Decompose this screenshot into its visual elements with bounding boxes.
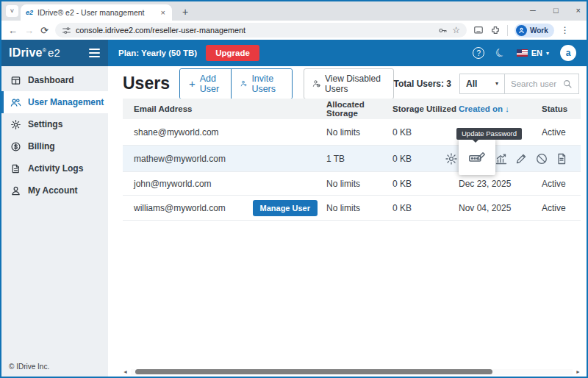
maximize-button[interactable]: □ xyxy=(553,6,559,15)
logo-block: IDrive®e2 xyxy=(1,40,108,66)
sort-descending-icon: ↓ xyxy=(505,104,509,113)
user-settings-icon[interactable] xyxy=(445,152,458,165)
row-action-icons xyxy=(123,146,581,171)
sidebar-item-user-management[interactable]: User Management xyxy=(1,91,108,113)
col-allocated: Allocated Storage xyxy=(326,100,392,118)
table-row-hovered[interactable]: mathew@myworld.com 1 TB 0 KB xyxy=(123,146,581,172)
idrive-e2-logo: IDrive®e2 xyxy=(9,46,60,60)
scrollbar-thumb[interactable] xyxy=(135,369,492,374)
sidebar-item-activity-logs[interactable]: Activity Logs xyxy=(1,157,108,179)
new-tab-button[interactable]: + xyxy=(178,4,193,19)
page-header: Users + Add User Invite Users View Disab… xyxy=(123,71,579,96)
sidebar-item-label: Dashboard xyxy=(28,75,74,85)
table-row[interactable]: williams@myworld.com Manage User No limi… xyxy=(123,196,581,221)
language-selector[interactable]: EN ▾ xyxy=(517,49,549,57)
storage-utilized: 0 KB xyxy=(392,203,459,213)
reload-icon[interactable]: ⟳ xyxy=(40,26,49,35)
created-on: Dec 23, 2025 xyxy=(459,179,542,189)
language-label: EN xyxy=(531,49,542,57)
sidebar-item-label: My Account xyxy=(28,185,78,196)
tab-close-icon[interactable]: × xyxy=(159,8,167,17)
user-email-cell: williams@myworld.com Manage User xyxy=(123,200,326,216)
header-actions: ? ☾ EN ▾ a xyxy=(473,45,587,61)
col-created-sort[interactable]: Created on ↓ xyxy=(459,104,542,113)
site-info-icon[interactable] xyxy=(62,26,71,35)
table-header-row: Email Address Allocated Storage Storage … xyxy=(123,99,581,119)
user-email: williams@myworld.com xyxy=(134,203,226,213)
usage-stats-icon[interactable] xyxy=(495,152,508,165)
account-avatar[interactable]: a xyxy=(560,45,576,61)
window-controls: ─ □ × xyxy=(530,1,581,19)
view-disabled-label: View Disabled Users xyxy=(325,74,384,94)
user-email: john@myworld.com xyxy=(123,179,326,189)
chevron-down-icon: ▾ xyxy=(495,80,498,87)
password-key-icon[interactable] xyxy=(438,26,448,35)
dollar-circle-icon xyxy=(10,141,21,152)
user-logs-icon[interactable] xyxy=(555,152,568,165)
gear-icon xyxy=(10,119,21,130)
forward-icon[interactable]: → xyxy=(24,26,34,35)
storage-utilized: 0 KB xyxy=(392,127,459,138)
app-header: IDrive®e2 Plan: Yearly (50 TB) Upgrade ?… xyxy=(1,40,587,66)
bookmark-star-icon[interactable]: ☆ xyxy=(452,25,460,35)
help-icon[interactable]: ? xyxy=(473,47,484,59)
status-filter-dropdown[interactable]: All ▾ xyxy=(459,74,505,94)
chevron-down-icon: ▾ xyxy=(546,50,549,57)
dashboard-icon xyxy=(10,75,21,86)
manage-user-button[interactable]: Manage User xyxy=(253,200,318,216)
sidebar-item-my-account[interactable]: My Account xyxy=(1,179,108,202)
profile-name: Work xyxy=(530,26,548,35)
person-disabled-icon xyxy=(312,78,320,89)
plan-label: Plan: Yearly (50 TB) xyxy=(118,49,197,57)
upgrade-button[interactable]: Upgrade xyxy=(206,45,259,61)
search-icon[interactable] xyxy=(562,79,573,89)
minimize-button[interactable]: ─ xyxy=(530,6,536,15)
window-close-button[interactable]: × xyxy=(576,6,581,15)
invite-users-label: Invite Users xyxy=(251,74,283,94)
sidebar-item-dashboard[interactable]: Dashboard xyxy=(1,69,108,91)
browser-tab[interactable]: e2 IDrive® e2 - User management × xyxy=(21,4,172,21)
person-icon xyxy=(10,185,21,196)
scroll-right-icon[interactable]: ► xyxy=(576,369,581,374)
scroll-left-icon[interactable]: ◄ xyxy=(123,369,128,374)
menu-hamburger-icon[interactable] xyxy=(87,46,102,60)
tab-title: IDrive® e2 - User management xyxy=(37,8,155,17)
search-input[interactable] xyxy=(511,79,562,88)
edit-pencil-icon[interactable] xyxy=(514,152,528,165)
user-actions-group: + Add User Invite Users xyxy=(179,68,293,99)
url-text[interactable]: console.idrivee2.com/reseller-user-manag… xyxy=(76,26,434,35)
add-user-button[interactable]: + Add User xyxy=(180,69,231,99)
users-table: Email Address Allocated Storage Storage … xyxy=(123,99,581,221)
plus-icon: + xyxy=(189,78,196,89)
address-bar[interactable]: console.idrivee2.com/reseller-user-manag… xyxy=(55,23,467,38)
invite-users-button[interactable]: Invite Users xyxy=(231,69,292,99)
status-value: Active xyxy=(542,127,581,138)
chevron-down-icon: ˅ xyxy=(10,7,14,15)
profile-chip[interactable]: Work xyxy=(514,24,554,38)
sidebar-item-settings[interactable]: Settings xyxy=(1,113,108,135)
site-favicon: e2 xyxy=(26,9,33,16)
copyright-footer: © IDrive Inc. xyxy=(9,363,49,371)
extensions-icon[interactable] xyxy=(490,25,501,35)
total-users-count: Total Users: 3 xyxy=(394,79,451,89)
disable-user-icon[interactable] xyxy=(535,152,548,165)
status-value: Active xyxy=(542,179,581,189)
sidebar-item-label: Activity Logs xyxy=(28,163,83,174)
sidebar-item-label: Billing xyxy=(28,141,55,151)
view-disabled-users-button[interactable]: View Disabled Users xyxy=(304,68,394,99)
dark-mode-moon-icon[interactable]: ☾ xyxy=(493,45,508,61)
back-icon[interactable]: ← xyxy=(8,26,18,35)
person-plus-icon xyxy=(240,78,248,89)
table-row[interactable]: john@myworld.com No limits 0 KB Dec 23, … xyxy=(123,172,581,196)
us-flag-icon xyxy=(517,49,528,57)
scrollbar-track[interactable] xyxy=(131,369,573,375)
browser-window: ˅ e2 IDrive® e2 - User management × + ─ … xyxy=(0,0,588,378)
cast-icon[interactable] xyxy=(473,25,484,35)
update-password-icon[interactable] xyxy=(468,148,486,165)
search-box xyxy=(505,74,579,94)
browser-menu-icon[interactable]: ⋮ xyxy=(561,25,570,35)
col-status: Status xyxy=(542,104,581,113)
sidebar: Dashboard User Management Settings Billi… xyxy=(1,66,108,377)
tab-search-button[interactable]: ˅ xyxy=(6,5,18,17)
sidebar-item-billing[interactable]: Billing xyxy=(1,135,108,157)
